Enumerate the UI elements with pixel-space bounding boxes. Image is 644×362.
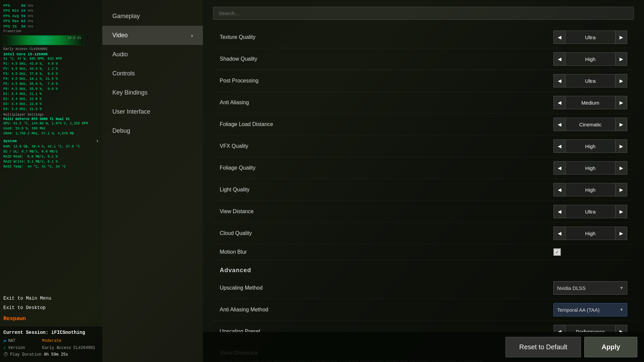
- foliage-quality-next[interactable]: ▶: [615, 161, 627, 175]
- respawn-button[interactable]: Respawn: [3, 316, 99, 322]
- motion-blur-label: Motion Blur: [220, 249, 247, 255]
- apply-button[interactable]: Apply: [584, 337, 637, 357]
- vfx-quality-next[interactable]: ▶: [615, 139, 627, 153]
- nav-debug[interactable]: Debug: [102, 121, 203, 140]
- settings-panel: Texture Quality ◀ Ultra ▶ Shadow Quality…: [203, 0, 644, 362]
- nav-debug-label: Debug: [112, 127, 130, 134]
- exit-main-menu[interactable]: Exit to Main Menu: [3, 294, 99, 303]
- system-section: System ›: [3, 138, 99, 144]
- view-distance-next[interactable]: ▶: [615, 205, 627, 218]
- nav-audio-label: Audio: [112, 51, 128, 58]
- post-processing-control: ◀ Ultra ▶: [553, 74, 627, 87]
- cloud-quality-label: Cloud Quality: [220, 230, 252, 236]
- anti-aliasing-value: Medium: [566, 96, 615, 109]
- upscaling-method-value: Nvidia DLSS: [557, 285, 586, 291]
- post-processing-next[interactable]: ▶: [615, 74, 627, 87]
- cloud-quality-next[interactable]: ▶: [615, 227, 627, 240]
- foliage-quality-row: Foliage Quality ◀ High ▶: [213, 157, 634, 179]
- texture-quality-label: Texture Quality: [220, 34, 256, 40]
- search-input[interactable]: [213, 7, 634, 20]
- upscaling-method-label: Upscaling Method: [220, 285, 263, 291]
- upscaling-dropdown-arrow: ▼: [620, 286, 624, 290]
- version-value: Early Access CL#264901: [42, 346, 95, 350]
- nav-keybindings[interactable]: Key Bindings: [102, 83, 203, 102]
- cpu-stats: 51 °C, 47 W, 895 RPM, 633 RPM P1: 4.5 GH…: [3, 56, 99, 112]
- exit-desktop[interactable]: Exit to Desktop: [3, 303, 99, 312]
- duration-label: Play Duration: [10, 352, 42, 357]
- motion-blur-check: ✓: [555, 249, 559, 255]
- system-stats: RAM: 12.8 GB, 39.4 %, 42.1 °C, 37.8 °C D…: [3, 144, 99, 169]
- foliage-load-distance-control: ◀ Cinematic ▶: [553, 118, 627, 131]
- foliage-quality-value: High: [566, 161, 615, 175]
- session-title: Current Session: iFICSnothing: [3, 330, 99, 335]
- motion-blur-row: Motion Blur ✓: [213, 244, 634, 260]
- anti-aliasing-row: Anti Aliasing ◀ Medium ▶: [213, 92, 634, 114]
- nav-userinterface[interactable]: User Interface: [102, 102, 203, 121]
- aa-method-dropdown[interactable]: Temporal AA (TAA) ▼: [553, 303, 627, 316]
- vfx-quality-label: VFX Quality: [220, 143, 248, 149]
- view-distance-value: Ultra: [566, 205, 615, 218]
- hud-panel: FPS 60 FPS FPS Min 24 FPS FPS Avg 59 FPS…: [0, 0, 102, 362]
- gpu-name: Palit GeForce RTX 3060 Ti Dual V1: [3, 117, 99, 121]
- motion-blur-control: ✓: [553, 248, 627, 256]
- anti-aliasing-next[interactable]: ▶: [615, 96, 627, 109]
- gpu-stats: GPU: 61.5 °C, 144.90 W, 1.075 V, 1,355 R…: [3, 121, 99, 136]
- cloud-quality-value: High: [566, 227, 615, 240]
- nav-keybindings-label: Key Bindings: [112, 89, 148, 96]
- anti-aliasing-prev[interactable]: ◀: [553, 96, 566, 109]
- post-processing-row: Post Processing ◀ Ultra ▶: [213, 70, 634, 92]
- motion-blur-checkbox[interactable]: ✓: [553, 248, 561, 256]
- view-distance-prev[interactable]: ◀: [553, 205, 566, 218]
- version-label: Early Access CL#264901: [3, 47, 99, 51]
- texture-quality-row: Texture Quality ◀ Ultra ▶: [213, 26, 634, 48]
- vfx-quality-prev[interactable]: ◀: [553, 139, 566, 153]
- foliage-load-distance-next[interactable]: ▶: [615, 118, 627, 131]
- nav-panel: Gameplay Video › Audio Controls Key Bind…: [102, 0, 203, 362]
- texture-quality-value: Ultra: [566, 31, 615, 44]
- light-quality-value: High: [566, 183, 615, 196]
- light-quality-row: Light Quality ◀ High ▶: [213, 179, 634, 201]
- nav-audio[interactable]: Audio: [102, 45, 203, 64]
- cpu-name: Intel Core i5-12600K: [3, 52, 99, 56]
- pause-menu: Exit to Main Menu Exit to Desktop Respaw…: [0, 294, 102, 322]
- view-distance-label: View Distance: [220, 208, 254, 215]
- nav-video[interactable]: Video ›: [102, 26, 203, 45]
- texture-quality-next[interactable]: ▶: [615, 31, 627, 44]
- nav-gameplay-label: Gameplay: [112, 13, 140, 20]
- vfx-quality-row: VFX Quality ◀ High ▶: [213, 135, 634, 157]
- shadow-quality-next[interactable]: ▶: [615, 52, 627, 66]
- advanced-section-header: Advanced: [213, 260, 634, 277]
- post-processing-label: Post Processing: [220, 78, 259, 84]
- texture-quality-prev[interactable]: ◀: [553, 31, 566, 44]
- texture-quality-control: ◀ Ultra ▶: [553, 31, 627, 44]
- nav-gameplay[interactable]: Gameplay: [102, 7, 203, 26]
- aa-method-row: Anti Aliasing Method Temporal AA (TAA) ▼: [213, 299, 634, 321]
- reset-default-button[interactable]: Reset to Default: [505, 337, 581, 357]
- view-distance-row: View Distance ◀ Ultra ▶: [213, 201, 634, 223]
- shadow-quality-row: Shadow Quality ◀ High ▶: [213, 48, 634, 70]
- nav-controls[interactable]: Controls: [102, 64, 203, 83]
- fps-stats: FPS 60 FPS FPS Min 24 FPS FPS Avg 59 FPS…: [3, 3, 99, 34]
- foliage-load-distance-row: Foliage Load Distance ◀ Cinematic ▶: [213, 114, 634, 135]
- nat-icon: ⇄: [3, 338, 6, 344]
- shadow-quality-label: Shadow Quality: [220, 56, 257, 62]
- version-label: Version: [8, 346, 40, 350]
- light-quality-prev[interactable]: ◀: [553, 183, 566, 196]
- duration-value: 0h 59m 25s: [44, 352, 68, 357]
- bottom-bar: Reset to Default Apply: [203, 332, 644, 362]
- cloud-quality-prev[interactable]: ◀: [553, 227, 566, 240]
- shadow-quality-prev[interactable]: ◀: [553, 52, 566, 66]
- nav-controls-label: Controls: [112, 70, 135, 77]
- light-quality-next[interactable]: ▶: [615, 183, 627, 196]
- upscaling-method-dropdown[interactable]: Nvidia DLSS ▼: [553, 281, 627, 295]
- aa-dropdown-arrow: ▼: [620, 307, 624, 312]
- shadow-quality-control: ◀ High ▶: [553, 52, 627, 66]
- cloud-quality-control: ◀ High ▶: [553, 227, 627, 240]
- post-processing-prev[interactable]: ◀: [553, 74, 566, 87]
- light-quality-label: Light Quality: [220, 187, 250, 193]
- nat-label: NAT: [8, 339, 40, 343]
- foliage-load-distance-prev[interactable]: ◀: [553, 118, 566, 131]
- post-processing-value: Ultra: [566, 74, 615, 87]
- session-panel: Current Session: iFICSnothing ⇄ NAT Mode…: [0, 326, 102, 362]
- foliage-quality-prev[interactable]: ◀: [553, 161, 566, 175]
